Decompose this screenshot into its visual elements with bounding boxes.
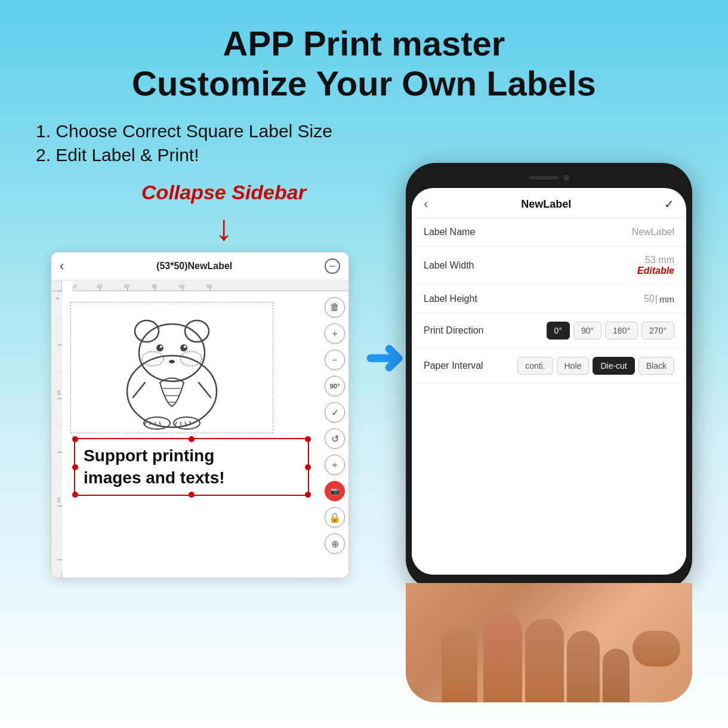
label-height-unit: mm <box>659 294 674 304</box>
notch-speaker <box>529 176 559 180</box>
header-line2: Customize Your Own Labels <box>132 64 596 103</box>
app-card-title: (53*50)NewLabel <box>156 261 232 272</box>
direction-0-button[interactable]: 0° <box>547 322 570 340</box>
resize-handle-ml[interactable] <box>72 464 78 470</box>
resize-handle-mr[interactable] <box>305 464 311 470</box>
ruler-svg-v: 0 10 20 30 40 50 <box>51 291 62 572</box>
collapse-sidebar-label: Collapse Sidebar <box>141 181 306 204</box>
zoom-in-button[interactable]: ＋ <box>325 323 345 344</box>
canvas-area: 0 10 20 30 40 50 <box>51 291 348 578</box>
svg-text:50: 50 <box>206 283 212 289</box>
rotate-button[interactable]: 90° <box>325 376 345 396</box>
interval-conti-button[interactable]: conti. <box>517 357 553 375</box>
svg-line-48 <box>199 382 211 397</box>
hamster-container <box>70 302 273 433</box>
image-button[interactable]: 📷 <box>325 481 345 501</box>
support-text-line1: Support printing <box>84 445 300 467</box>
lock-button[interactable]: 🔒 <box>325 507 345 528</box>
svg-point-43 <box>184 346 186 348</box>
direction-270-button[interactable]: 270° <box>641 322 674 340</box>
step-1: 1. Choose Correct Square Label Size <box>36 121 692 141</box>
svg-rect-18 <box>51 291 62 572</box>
svg-text:20: 20 <box>56 497 61 502</box>
svg-line-58 <box>175 422 177 425</box>
phone-form: Label Name NewLabel Label Width 53 mm Ed… <box>412 218 686 384</box>
phone-check-button[interactable]: ✓ <box>664 197 674 211</box>
svg-line-47 <box>133 382 145 397</box>
app-minus-button[interactable]: − <box>325 258 340 274</box>
support-text-line2: images and texts! <box>84 467 300 489</box>
label-name-value: NewLabel <box>632 227 674 237</box>
direction-90-button[interactable]: 90° <box>573 322 601 340</box>
form-row-paper-interval: Paper Interval conti. Hole Die-cut Black <box>412 348 686 384</box>
phone-bottom-bar <box>412 575 686 581</box>
confirm-button[interactable]: ✓ <box>325 402 345 422</box>
label-name-field-label: Label Name <box>424 227 475 237</box>
svg-point-40 <box>156 344 164 351</box>
left-app-card: ‹ (53*50)NewLabel − 0 10 20 <box>51 252 349 578</box>
vertical-ruler: 0 10 20 30 40 50 <box>51 291 62 578</box>
phone-notch <box>510 171 588 184</box>
print-direction-label: Print Direction <box>424 325 483 336</box>
label-width-value: 53 mm <box>645 255 674 266</box>
delete-button[interactable]: 🗑 <box>325 297 345 317</box>
phone-lower-screen <box>412 384 686 575</box>
header-title: APP Print master Customize Your Own Labe… <box>12 24 716 103</box>
svg-line-57 <box>159 422 161 425</box>
canvas-content: Support printing images and texts! <box>62 291 321 578</box>
form-row-label-name: Label Name NewLabel <box>412 218 686 246</box>
blue-arrow-icon: ➜ <box>364 330 404 385</box>
undo-button[interactable]: ↺ <box>325 428 345 449</box>
interval-diecut-button[interactable]: Die-cut <box>593 357 634 375</box>
right-section: ➜ ‹ NewLabel ✓ Label Name <box>394 163 704 702</box>
resize-handle-br[interactable] <box>305 492 311 498</box>
label-height-field-label: Label Height <box>424 294 477 304</box>
svg-point-44 <box>169 360 175 363</box>
hamster-illustration <box>112 305 232 430</box>
resize-handle-tc[interactable] <box>189 436 195 442</box>
svg-point-53 <box>174 417 200 429</box>
resize-handle-tr[interactable] <box>305 436 311 442</box>
svg-point-37 <box>139 324 205 381</box>
label-width-field-label: Label Width <box>424 260 474 271</box>
add-button[interactable]: ＋ <box>325 455 345 475</box>
app-back-button[interactable]: ‹ <box>60 258 64 274</box>
direction-180-button[interactable]: 180° <box>605 322 638 340</box>
svg-text:0: 0 <box>74 283 77 289</box>
resize-handle-bc[interactable] <box>189 492 195 498</box>
label-height-input[interactable]: 50 mm <box>644 294 674 304</box>
label-height-value: 50 <box>644 294 655 304</box>
svg-text:10: 10 <box>56 390 61 395</box>
interval-black-button[interactable]: Black <box>638 357 674 375</box>
svg-point-38 <box>135 320 159 342</box>
step-2: 2. Edit Label & Print! <box>36 145 692 165</box>
resize-handle-bl[interactable] <box>72 492 78 498</box>
label-width-editable-hint: Editable <box>637 266 674 276</box>
resize-handle-tl[interactable] <box>72 436 78 442</box>
svg-text:40: 40 <box>179 283 184 289</box>
paper-interval-label: Paper Interval <box>424 360 483 371</box>
svg-point-36 <box>127 356 217 427</box>
app-card-header: ‹ (53*50)NewLabel − <box>51 252 348 280</box>
phone-back-button[interactable]: ‹ <box>424 196 428 212</box>
form-row-print-direction: Print Direction 0° 90° 180° 270° <box>412 313 686 348</box>
svg-point-52 <box>144 417 170 429</box>
svg-text:0: 0 <box>55 297 60 300</box>
zoom-out-button[interactable]: － <box>325 350 345 370</box>
left-section: Collapse Sidebar ↓ ‹ (53*50)NewLabel − 0 <box>24 181 376 578</box>
phone-mockup: ‹ NewLabel ✓ Label Name NewLabel Label W… <box>406 163 692 589</box>
svg-point-41 <box>180 344 187 351</box>
support-text-box: Support printing images and texts! <box>74 438 309 496</box>
interval-hole-button[interactable]: Hole <box>557 357 590 375</box>
phone-screen: ‹ NewLabel ✓ Label Name NewLabel Label W… <box>412 188 686 575</box>
header-line1: APP Print master <box>223 24 505 63</box>
form-row-label-width: Label Width 53 mm Editable <box>412 246 686 285</box>
notch-camera <box>563 175 569 181</box>
svg-text:10: 10 <box>97 283 102 289</box>
text-cursor <box>655 294 658 304</box>
ruler-svg-h: 0 10 20 30 40 50 <box>73 280 348 291</box>
svg-point-42 <box>160 346 162 348</box>
direction-buttons-group: 0° 90° 180° 270° <box>547 322 675 340</box>
add-element-button[interactable]: ⊕ <box>325 533 345 554</box>
svg-line-60 <box>185 422 186 425</box>
